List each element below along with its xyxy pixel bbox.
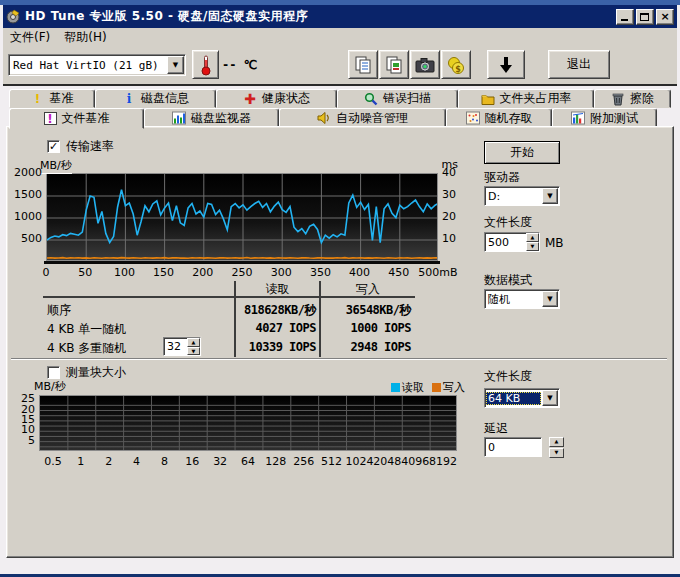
file-length-value: 500 <box>485 236 526 249</box>
temperature-button[interactable] <box>192 50 219 79</box>
minimize-button[interactable] <box>616 9 634 25</box>
tab-erase[interactable]: 擦除 <box>594 89 671 108</box>
tick-label: 1000 <box>8 210 42 223</box>
results-table: 读取 写入 顺序 818628KB/秒 36548KB/秒 4 KB 单一随机 … <box>43 281 419 357</box>
tick-label: 20 <box>442 210 476 223</box>
block-length-select[interactable]: 64 KB ▼ <box>484 388 560 408</box>
tab-error-scan[interactable]: 错误扫描 <box>337 89 458 108</box>
chart1-ylabel-left: MB/秒 <box>40 158 72 174</box>
spin-down-icon[interactable]: ▼ <box>187 347 200 356</box>
copy-image-button[interactable] <box>379 50 409 79</box>
maximize-button[interactable] <box>636 9 654 25</box>
tab-disk-info[interactable]: i 磁盘信息 <box>95 89 216 108</box>
tab-health[interactable]: ✚ 健康状态 <box>216 89 337 108</box>
data-mode-value: 随机 <box>485 292 542 307</box>
spin-down-icon[interactable]: ▼ <box>549 448 564 458</box>
coins-icon: $ <box>446 55 466 75</box>
write-legend-swatch <box>432 383 441 392</box>
health-cross-icon: ✚ <box>243 92 257 106</box>
file-benchmark-panel: ✓ 传输速率 MB/秒 ms 200015001000500 40302010 … <box>6 126 674 558</box>
trash-icon <box>611 92 625 106</box>
col-header-write: 写入 <box>321 281 415 298</box>
data-mode-label: 数据模式 <box>484 272 532 289</box>
transfer-chart: MB/秒 ms 200015001000500 40302010 0501001… <box>46 173 438 261</box>
tick-label: 1500 <box>8 188 42 201</box>
chart2-xticks: 0.512481632641282565121024204840968192 <box>39 455 457 469</box>
row-sequential-read: 818628KB/秒 <box>234 302 316 319</box>
queue-depth-value: 32 <box>164 340 187 353</box>
copy-image-icon <box>385 55 403 75</box>
file-length-spinner[interactable]: 500 ▲ ▼ <box>484 232 540 252</box>
camera-icon <box>415 57 435 73</box>
tick-label: 8192 <box>419 455 467 468</box>
thermometer-icon <box>200 54 212 76</box>
menu-file[interactable]: 文件(F) <box>3 27 57 48</box>
chart1-xticks: 050100150200250300350400450500mB <box>46 266 438 280</box>
tab-extra-tests[interactable]: 附加测试 <box>552 108 657 128</box>
row-4k-single-read: 4027 IOPS <box>234 321 316 335</box>
tick-label: 500mB <box>414 266 462 279</box>
block-size-checkbox[interactable] <box>47 366 60 379</box>
options-button[interactable]: $ <box>441 50 471 79</box>
temperature-value: -- ℃ <box>222 58 257 72</box>
tab-folder-usage[interactable]: 文件夹占用率 <box>458 89 594 108</box>
file-length-unit: MB <box>545 236 564 250</box>
block-size-chart: 252015105 0.5124816326412825651210242048… <box>39 395 457 451</box>
spin-up-icon[interactable]: ▲ <box>526 233 539 242</box>
col-header-read: 读取 <box>236 281 319 298</box>
save-results-button[interactable] <box>487 50 525 79</box>
random-dots-icon <box>466 111 480 125</box>
file-length-label: 文件长度 <box>484 214 532 231</box>
row-4k-multi-read: 10339 IOPS <box>234 340 316 354</box>
window-title: HD Tune 专业版 5.50 - 硬盘/固态硬盘实用程序 <box>25 8 614 25</box>
titlebar[interactable]: HD Tune 专业版 5.50 - 硬盘/固态硬盘实用程序 × <box>3 5 677 28</box>
start-button[interactable]: 开始 <box>484 141 560 164</box>
delay-input[interactable]: 0 <box>484 437 542 457</box>
chevron-down-icon[interactable]: ▼ <box>542 390 558 406</box>
menu-help[interactable]: 帮助(H) <box>57 27 113 48</box>
exit-button-label: 退出 <box>567 56 591 73</box>
transfer-rate-checkbox[interactable]: ✓ <box>47 140 60 153</box>
chart2-legend: 读取 写入 <box>391 380 465 395</box>
exit-button[interactable]: 退出 <box>548 50 610 79</box>
chevron-down-icon[interactable]: ▼ <box>542 291 558 307</box>
tab-benchmark[interactable]: ! 基准 <box>9 89 95 108</box>
tab-strip-bottom: ! 文件基准 磁盘监视器 自动噪音管理 <box>3 108 677 128</box>
copy-text-button[interactable] <box>348 50 378 79</box>
drive-select[interactable]: D: ▼ <box>484 186 560 206</box>
exclamation-icon: ! <box>31 92 45 106</box>
close-icon: × <box>657 10 673 24</box>
write-legend-label: 写入 <box>443 380 465 395</box>
tick-label: 2000 <box>8 166 42 179</box>
spin-down-icon[interactable]: ▼ <box>526 242 539 251</box>
tab-file-benchmark[interactable]: ! 文件基准 <box>9 108 144 129</box>
spin-up-icon[interactable]: ▲ <box>187 338 200 347</box>
queue-depth-spinner[interactable]: 32 ▲ ▼ <box>163 337 201 356</box>
menubar: 文件(F) 帮助(H) <box>3 28 677 47</box>
spin-up-icon[interactable]: ▲ <box>549 437 564 447</box>
delay-value: 0 <box>485 441 541 454</box>
toolbar: Red Hat VirtIO (21 gB) ▼ -- ℃ <box>3 47 677 86</box>
close-button[interactable]: × <box>656 9 674 25</box>
data-mode-select[interactable]: 随机 ▼ <box>484 289 560 309</box>
chevron-down-icon[interactable]: ▼ <box>167 56 184 74</box>
transfer-rate-option: ✓ 传输速率 <box>47 138 114 155</box>
tab-strip-top: ! 基准 i 磁盘信息 ✚ 健康状态 错误扫描 文件夹占用率 <box>3 89 677 108</box>
magnifier-icon <box>364 92 378 106</box>
delay-label: 延迟 <box>484 420 508 437</box>
tick-label: 5 <box>11 434 35 447</box>
row-4k-multi-write: 2948 IOPS <box>323 340 411 354</box>
tab-random-access[interactable]: 随机存取 <box>446 108 552 128</box>
tab-disk-monitor[interactable]: 磁盘监视器 <box>144 108 279 128</box>
section-divider <box>11 358 667 360</box>
chevron-down-icon[interactable]: ▼ <box>542 188 558 204</box>
tab-aam[interactable]: 自动噪音管理 <box>279 108 446 128</box>
delay-spinner: ▲ ▼ <box>549 437 564 458</box>
screenshot-button[interactable] <box>410 50 440 79</box>
drive-select-value: D: <box>485 190 542 203</box>
drive-combobox[interactable]: Red Hat VirtIO (21 gB) ▼ <box>8 54 186 76</box>
boxed-exclamation-icon: ! <box>44 112 57 125</box>
folder-icon <box>481 92 495 106</box>
bar-chart-icon <box>172 111 186 125</box>
tick-label: 40 <box>442 166 476 179</box>
